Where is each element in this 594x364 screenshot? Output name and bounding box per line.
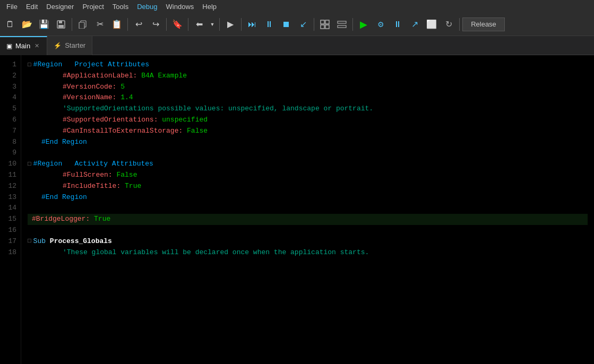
code-line-4: #VersionName: 1.4 bbox=[28, 92, 588, 103]
tab-starter[interactable]: ⚡ Starter bbox=[47, 36, 92, 55]
code-line-7-val: False bbox=[187, 126, 208, 137]
menu-tools[interactable]: Tools bbox=[108, 2, 133, 12]
release-button[interactable]: Release bbox=[462, 18, 505, 31]
debug-step2-button[interactable]: ↗ bbox=[407, 16, 423, 32]
debug-stop-button[interactable]: ⬜ bbox=[424, 16, 440, 32]
code-line-17-subname: Process_Globals bbox=[50, 236, 112, 247]
code-line-3: #VersionCode: 5 bbox=[28, 82, 588, 93]
code-line-6-val: unspecified bbox=[162, 115, 208, 126]
menu-help[interactable]: Help bbox=[198, 2, 221, 12]
copy-button[interactable] bbox=[75, 16, 91, 32]
code-line-15-val: True bbox=[94, 214, 110, 225]
code-line-8-text: #End Region bbox=[41, 137, 87, 148]
code-line-1-text: #Region Project Attributes bbox=[33, 59, 149, 71]
tab-starter-label: Starter bbox=[65, 41, 85, 49]
debug-connect-button[interactable]: ⚙ bbox=[373, 16, 389, 32]
debug-run-button[interactable]: ▶ bbox=[356, 16, 372, 32]
main-tab-icon: ▣ bbox=[6, 42, 12, 50]
starter-tab-icon: ⚡ bbox=[54, 42, 62, 49]
menu-edit[interactable]: Edit bbox=[22, 2, 42, 12]
code-line-14 bbox=[28, 203, 588, 214]
svg-rect-8 bbox=[325, 25, 329, 29]
new-file-button[interactable]: 🗒 bbox=[2, 16, 18, 32]
tab-main[interactable]: ▣ Main ✕ bbox=[0, 36, 47, 55]
code-line-11: #FullScreen: False bbox=[28, 170, 588, 181]
code-line-10: □#Region Activity Attributes bbox=[28, 159, 588, 170]
debug-pause2-button[interactable]: ⏸ bbox=[390, 16, 406, 32]
code-line-3-attr: #VersionCode: bbox=[63, 82, 116, 93]
tab-main-close[interactable]: ✕ bbox=[33, 42, 40, 50]
layout-button[interactable] bbox=[317, 16, 333, 32]
code-line-11-attr: #FullScreen: bbox=[63, 170, 113, 181]
code-line-7: #CanInstallToExternalStorage: False bbox=[28, 126, 588, 137]
bookmark-button[interactable]: 🔖 bbox=[169, 16, 185, 32]
menu-designer[interactable]: Designer bbox=[42, 2, 78, 12]
save-button[interactable]: 💾 bbox=[36, 16, 52, 32]
svg-rect-7 bbox=[321, 25, 324, 29]
code-line-9 bbox=[28, 148, 588, 159]
code-line-12-val: True bbox=[125, 181, 141, 192]
code-line-11-val: False bbox=[116, 170, 137, 181]
code-line-8: #End Region bbox=[28, 137, 588, 148]
code-area[interactable]: □#Region Project Attributes #Application… bbox=[21, 55, 594, 364]
fold-17[interactable]: □ bbox=[28, 237, 31, 246]
code-line-12: #IncludeTitle: True bbox=[28, 181, 588, 192]
code-line-15-attr: #BridgeLogger: bbox=[32, 214, 90, 225]
stop-button[interactable]: ⏹ bbox=[278, 16, 294, 32]
code-line-17-sub: Sub bbox=[33, 236, 50, 247]
code-line-18-text: 'These global variables will be declared… bbox=[63, 247, 369, 258]
line-numbers: 1 2 3 4 5 6 7 8 9 10 11 12 13 14 15 16 1… bbox=[0, 55, 21, 364]
menu-debug[interactable]: Debug bbox=[133, 2, 161, 12]
cut-button[interactable]: ✂ bbox=[92, 16, 108, 32]
pause-button[interactable]: ⏸ bbox=[261, 16, 277, 32]
undo-button[interactable]: ↩ bbox=[131, 16, 147, 32]
fold-10[interactable]: □ bbox=[28, 160, 31, 169]
code-line-4-val: 1.4 bbox=[120, 92, 133, 103]
back-dropdown[interactable]: ▼ bbox=[208, 16, 217, 32]
redo-button[interactable]: ↪ bbox=[148, 16, 163, 32]
code-line-18: 'These global variables will be declared… bbox=[28, 247, 588, 258]
svg-rect-10 bbox=[338, 25, 346, 28]
fold-1[interactable]: □ bbox=[28, 60, 31, 70]
paste-button[interactable]: 📋 bbox=[109, 16, 125, 32]
code-line-3-val: 5 bbox=[120, 82, 125, 93]
code-line-6: #SupportedOrientations: unspecified bbox=[28, 115, 588, 126]
tab-bar: ▣ Main ✕ ⚡ Starter bbox=[0, 36, 594, 55]
svg-rect-9 bbox=[338, 21, 346, 23]
toolbar: 🗒 📂 💾 ✂ 📋 ↩ ↪ 🔖 ⬅ ▼ ▶ ⏭ ⏸ ⏹ ↙ bbox=[0, 13, 594, 36]
code-line-17: □Sub Process_Globals bbox=[28, 236, 588, 247]
svg-rect-6 bbox=[325, 20, 329, 24]
tab-main-label: Main bbox=[15, 42, 30, 50]
svg-rect-4 bbox=[79, 22, 84, 29]
menu-file[interactable]: File bbox=[2, 2, 22, 12]
code-line-2-val: B4A Example bbox=[141, 71, 187, 82]
save-all-button[interactable] bbox=[53, 16, 69, 32]
code-line-10-text: #Region Activity Attributes bbox=[33, 159, 153, 170]
code-line-5: 'SupportedOrientations possible values: … bbox=[28, 103, 588, 115]
code-line-6-attr: #SupportedOrientations: bbox=[63, 115, 158, 126]
svg-rect-5 bbox=[321, 20, 324, 24]
code-line-13-text: #End Region bbox=[41, 192, 87, 203]
layout2-button[interactable] bbox=[334, 16, 350, 32]
code-line-1: □#Region Project Attributes bbox=[28, 59, 588, 71]
code-line-2-attr: #ApplicationLabel: bbox=[63, 71, 137, 82]
code-line-12-attr: #IncludeTitle: bbox=[63, 181, 120, 192]
code-line-15: #BridgeLogger: True bbox=[28, 214, 588, 225]
back-button[interactable]: ⬅ bbox=[191, 16, 207, 32]
svg-rect-2 bbox=[58, 25, 64, 28]
open-button[interactable]: 📂 bbox=[19, 16, 35, 32]
menu-windows[interactable]: Windows bbox=[162, 2, 199, 12]
code-line-7-attr: #CanInstallToExternalStorage: bbox=[63, 126, 183, 137]
refresh-button[interactable]: ↻ bbox=[441, 16, 457, 32]
step-into-button[interactable]: ↙ bbox=[295, 16, 311, 32]
menu-project[interactable]: Project bbox=[78, 2, 108, 12]
code-line-16 bbox=[28, 225, 588, 236]
code-line-2: #ApplicationLabel: B4A Example bbox=[28, 71, 588, 82]
code-line-13: #End Region bbox=[28, 192, 588, 203]
forward-step-button[interactable]: ⏭ bbox=[244, 16, 260, 32]
editor: 1 2 3 4 5 6 7 8 9 10 11 12 13 14 15 16 1… bbox=[0, 55, 594, 364]
svg-rect-1 bbox=[59, 21, 62, 23]
run-button[interactable]: ▶ bbox=[222, 16, 238, 32]
menu-bar: File Edit Designer Project Tools Debug W… bbox=[0, 0, 594, 13]
code-line-4-attr: #VersionName: bbox=[63, 92, 116, 103]
